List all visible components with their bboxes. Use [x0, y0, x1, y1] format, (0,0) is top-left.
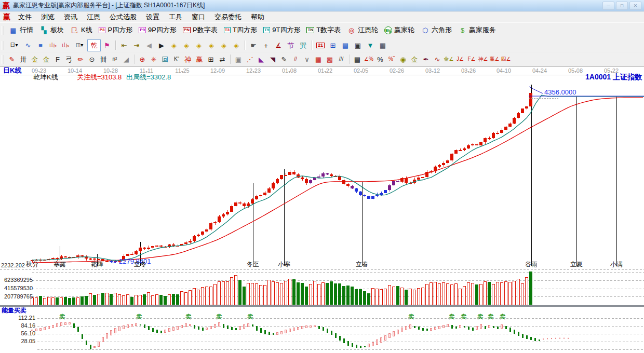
volume-axis-label: 207789765 — [4, 293, 33, 300]
volume-axis-label: 415579530 — [4, 285, 33, 292]
solar-term-label: 立夏 — [569, 261, 584, 268]
chart-canvas[interactable] — [0, 0, 644, 353]
sell-signal-label: 卖 — [136, 314, 142, 321]
sell-signal-label: 卖 — [408, 314, 414, 321]
sell-signal-label: 卖 — [216, 314, 222, 321]
exit-line-label: 出局线=3302.8 — [126, 74, 171, 82]
oscillator-axis-label: 56.10 — [8, 330, 35, 337]
sell-signal-label: 卖 — [185, 314, 192, 321]
sell-signal-label: 卖 — [488, 314, 494, 321]
solar-term-label: 寒露 — [52, 261, 67, 268]
oscillator-name-label: 能量买卖 — [2, 307, 26, 315]
solar-term-label: 立冬 — [133, 261, 147, 268]
solar-term-label: 小寒 — [277, 261, 291, 268]
symbol-label: 1A0001 上证指数 — [585, 73, 642, 81]
sell-signal-label: 卖 — [59, 314, 65, 321]
watch-line-label: 关注线=3103.8 — [77, 74, 122, 82]
oscillator-axis-label: 112.21 — [8, 315, 35, 321]
app-window: 赢 赢家江恩专业版[赢家内部服务平台] - [上证指数 SH1A0001-167… — [0, 0, 644, 353]
volume-axis-label: 623369295 — [4, 277, 33, 283]
sell-signal-label: 卖 — [449, 314, 455, 321]
solar-term-label: 秋分 — [25, 261, 39, 268]
period-label[interactable]: 日K线 — [3, 67, 21, 75]
peak-price-label: 4356.0000 — [544, 89, 576, 97]
sell-signal-label: 卖 — [461, 314, 467, 321]
solar-term-label: 冬至 — [246, 261, 260, 268]
solar-term-label: 立春 — [355, 261, 369, 268]
kline-name-label: 乾坤K线 — [33, 74, 58, 82]
price-bottom-label: 2232.202 — [1, 262, 25, 269]
oscillator-axis-label: 28.05 — [8, 338, 35, 345]
solar-term-label: 谷雨 — [524, 261, 539, 268]
oscillator-axis-label: 84.16 — [8, 322, 35, 329]
solar-term-label: 霜降 — [90, 261, 104, 268]
solar-term-label: 小满 — [609, 261, 624, 268]
sell-signal-label: 卖 — [477, 314, 484, 321]
sell-signal-label: 卖 — [500, 314, 506, 321]
sell-signal-label: 卖 — [247, 314, 253, 321]
